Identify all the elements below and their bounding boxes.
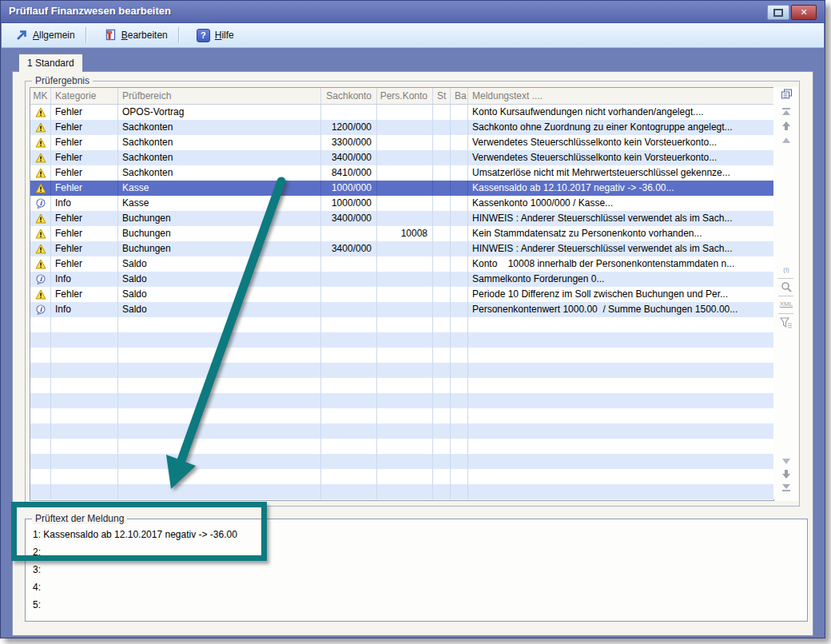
table-row-selected[interactable]: FehlerKasse1000/000Kassensaldo ab 12.10.… [30,181,773,196]
result-table: MK Kategorie Prüfbereich Sachkonto Pers.… [30,87,774,501]
cell-perskonto [377,241,433,256]
step-up-icon[interactable] [779,133,793,145]
hilfe-button[interactable]: ? Hilfe [189,26,241,46]
cell-kategorie: Fehler [51,287,118,302]
cell-sachkonto: 3400/000 [321,241,377,256]
table-row-empty[interactable] [30,378,773,393]
cell-empty [451,348,468,363]
scroll-top-icon[interactable] [779,105,793,117]
fit-width-icon[interactable]: (I) [779,264,793,276]
header-pruefbereich[interactable]: Prüfbereich [118,88,321,104]
restore-icon [773,9,783,17]
cell-empty [468,408,773,423]
page-down-icon[interactable] [779,468,793,480]
cell-empty [468,484,773,499]
bearbeiten-button[interactable]: Bearbeiten [97,26,175,45]
table-row-empty[interactable] [30,408,773,423]
cell-empty [468,439,773,454]
table-row[interactable]: iInfoSaldoSammelkonto Forderungen 0... [30,272,773,287]
header-st[interactable]: St [433,88,451,104]
header-kategorie[interactable]: Kategorie [51,88,118,104]
xml-icon[interactable]: XML [779,299,793,311]
cell-st [433,241,451,256]
cell-ba [451,150,468,165]
cell-empty [51,439,118,454]
header-mk[interactable]: MK [30,88,51,104]
cell-empty [118,348,321,363]
cell-pruefbereich: Buchungen [118,211,321,226]
table-row-empty[interactable] [30,439,773,454]
table-row[interactable]: FehlerOPOS-VortragKonto Kursaufwendungen… [30,105,773,120]
step-down-icon[interactable] [779,455,793,467]
cell-ba [451,211,468,226]
table-row[interactable]: FehlerBuchungen3400/000HINWEIS : Anderer… [30,241,773,256]
table-header-row: MK Kategorie Prüfbereich Sachkonto Pers.… [30,88,773,105]
table-row-empty[interactable] [30,454,773,469]
cell-st [433,105,451,120]
cell-empty [51,393,118,408]
allgemein-label: Allgemein [33,30,75,41]
tab-standard[interactable]: 1 Standard [18,54,83,72]
cell-pruefbereich: Sachkonten [118,120,321,135]
cell-empty [377,423,433,439]
cell-empty [51,423,118,439]
cell-empty [321,408,377,423]
header-sachkonto[interactable]: Sachkonto [321,88,377,104]
cell-empty [433,423,451,439]
cell-ba [451,241,468,256]
cell-st [433,196,451,211]
table-row-empty[interactable] [30,317,773,332]
table-row[interactable]: FehlerSaldoKonto 10008 innerhalb der Per… [30,256,773,272]
table-row[interactable]: FehlerSachkonten1200/000Sachkonto ohne Z… [30,120,773,135]
table-row[interactable]: FehlerSaldoPeriode 10 Differenz im Soll … [30,287,773,302]
table-row[interactable]: iInfoSaldoPersonenkontenwert 1000.00 / S… [30,302,773,317]
cell-sachkonto [321,302,377,317]
table-row[interactable]: FehlerBuchungen3400/000HINWEIS : Anderer… [30,211,773,226]
table-row[interactable]: iInfoKasse1000/000Kassenkonto 1000/000 /… [30,196,773,211]
cell-empty [433,348,451,363]
table-row-empty[interactable] [30,348,773,363]
page-up-icon[interactable] [779,120,793,132]
cell-empty [377,348,433,363]
header-perskonto[interactable]: Pers.Konto [377,88,433,104]
cell-sachkonto: 8410/000 [321,165,377,181]
cell-sachkonto [321,272,377,287]
search-icon[interactable] [779,281,793,293]
scroll-bottom-icon[interactable] [779,481,793,493]
cell-empty [30,332,51,348]
table-row[interactable]: FehlerBuchungen10008Kein Stammdatensatz … [30,226,773,241]
cell-kategorie: Fehler [51,256,118,272]
warning-icon [30,226,51,241]
table-row-empty[interactable] [30,332,773,348]
table-row[interactable]: FehlerSachkonten3300/000Verwendetes Steu… [30,135,773,150]
warning-icon [30,241,51,256]
header-ba[interactable]: Ba [451,88,468,104]
table-row-empty[interactable] [30,363,773,378]
cell-empty [30,439,51,454]
warning-icon [30,150,51,165]
filter-icon[interactable] [779,317,793,329]
rail-separator [778,313,793,314]
cell-perskonto [377,120,433,135]
cell-perskonto [377,181,433,196]
table-row-empty[interactable] [30,484,773,499]
cell-meldungstext: Sachkonto ohne Zuordnung zu einer Kontog… [468,120,773,135]
cell-kategorie: Fehler [51,105,118,120]
cell-empty [51,469,118,484]
cell-empty [468,317,773,332]
allgemein-button[interactable]: Allgemein [8,26,82,45]
table-row[interactable]: FehlerSachkonten8410/000Umsatzerlöse nic… [30,165,773,181]
table-row-empty[interactable] [30,469,773,484]
restore-button[interactable] [767,5,789,20]
cell-pruefbereich: Sachkonten [118,135,321,150]
cell-empty [377,408,433,423]
header-meldungstext[interactable]: Meldungstext .... [468,88,773,104]
copy-columns-icon[interactable] [779,89,793,101]
cell-empty [30,378,51,393]
table-row-empty[interactable] [30,393,773,408]
cell-empty [118,423,321,439]
table-row-empty[interactable] [30,423,773,439]
cell-empty [51,348,118,363]
close-button[interactable]: ✕ [791,5,817,20]
table-row[interactable]: FehlerSachkonten3400/000Verwendetes Steu… [30,150,773,165]
